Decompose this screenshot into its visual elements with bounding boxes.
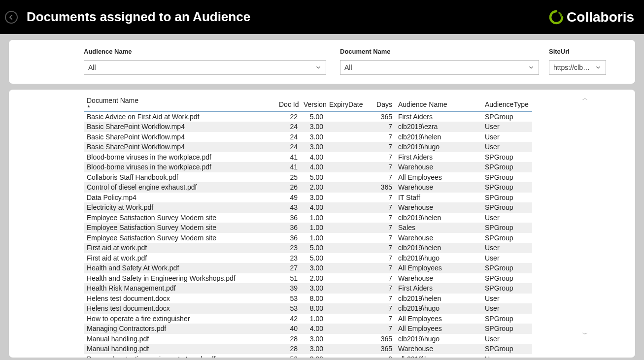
- cell-version: 4.00: [301, 152, 326, 163]
- cell-expiry: [326, 112, 361, 122]
- cell-expiry: [326, 162, 361, 172]
- cell-type: User: [482, 213, 532, 223]
- table-row[interactable]: Data Policy.mp4493.007IT StaffSPGroup: [84, 193, 532, 203]
- scroll-up-icon[interactable]: ︿: [582, 95, 588, 102]
- col-expiry[interactable]: ExpiryDate: [326, 95, 361, 112]
- cell-docId: 22: [276, 112, 301, 122]
- document-dropdown[interactable]: All: [340, 60, 539, 75]
- table-body: Basic Advice on First Aid at Work.pdf225…: [84, 112, 532, 358]
- cell-type: SPGroup: [482, 182, 532, 193]
- cell-days: 365: [361, 112, 395, 122]
- cell-docName: Employee Satisfaction Survey Modern site: [84, 223, 276, 233]
- cell-type: SPGroup: [482, 263, 532, 273]
- cell-version: 3.00: [301, 122, 326, 132]
- cell-days: 7: [361, 132, 395, 142]
- cell-audience: All Employees: [395, 263, 482, 273]
- table-row[interactable]: Employee Satisfaction Survey Modern site…: [84, 223, 532, 233]
- table-row[interactable]: Basic Advice on First Aid at Work.pdf225…: [84, 112, 532, 122]
- cell-docId: 23: [276, 253, 301, 263]
- table-row[interactable]: Blood-borne viruses in the workplace.pdf…: [84, 162, 532, 172]
- table-row[interactable]: Personal protective equipment at work.pd…: [84, 354, 532, 358]
- table-row[interactable]: Health and Safety in Engineering Worksho…: [84, 273, 532, 284]
- cell-docName: Manual handling.pdf: [84, 334, 276, 344]
- cell-expiry: [326, 354, 361, 358]
- col-document-name[interactable]: Document Name ▲: [84, 95, 276, 112]
- table-scroll-region[interactable]: Document Name ▲ Doc Id Version ExpiryDat…: [84, 95, 581, 358]
- cell-type: User: [482, 303, 532, 314]
- siteurl-dropdown[interactable]: https://clbde...: [549, 60, 606, 75]
- cell-version: 5.00: [301, 172, 326, 183]
- table-row[interactable]: Basic SharePoint Workflow.mp4243.007clb2…: [84, 142, 532, 152]
- header-bar: Documents assigned to an Audience Collab…: [0, 0, 644, 34]
- cell-docName: Collaboris Staff Handbook.pdf: [84, 172, 276, 183]
- cell-type: SPGroup: [482, 193, 532, 203]
- cell-version: 5.00: [301, 243, 326, 253]
- cell-expiry: [326, 202, 361, 213]
- table-row[interactable]: Employee Satisfaction Survey Modern site…: [84, 233, 532, 243]
- cell-days: 0: [361, 354, 395, 358]
- table-row[interactable]: Managing Contractors.pdf404.007All Emplo…: [84, 324, 532, 334]
- cell-audience: Sales: [395, 223, 482, 233]
- collaboris-icon: [549, 10, 564, 25]
- table-row[interactable]: Blood-borne viruses in the workplace.pdf…: [84, 152, 532, 163]
- cell-version: 3.00: [301, 263, 326, 273]
- cell-audience: All Employees: [395, 324, 482, 334]
- cell-expiry: [326, 253, 361, 263]
- cell-docName: Control of diesel engine exhaust.pdf: [84, 182, 276, 193]
- table-row[interactable]: Manual handling.pdf283.00365WarehouseSPG…: [84, 344, 532, 354]
- cell-type: SPGroup: [482, 112, 532, 122]
- col-audience-type[interactable]: AudienceType: [482, 95, 532, 112]
- cell-docId: 41: [276, 162, 301, 172]
- cell-audience: clb2019\hugo: [395, 303, 482, 314]
- cell-docId: 43: [276, 202, 301, 213]
- cell-type: User: [482, 253, 532, 263]
- table-row[interactable]: How to operate a fire extinguisher421.00…: [84, 314, 532, 324]
- table-row[interactable]: Health and Safety At Work.pdf273.007All …: [84, 263, 532, 273]
- cell-docId: 49: [276, 193, 301, 203]
- cell-docId: 27: [276, 263, 301, 273]
- cell-docId: 23: [276, 243, 301, 253]
- back-icon[interactable]: [5, 11, 18, 24]
- cell-docName: First aid at work.pdf: [84, 253, 276, 263]
- cell-days: 7: [361, 122, 395, 132]
- cell-days: 7: [361, 294, 395, 304]
- table-row[interactable]: Employee Satisfaction Survey Modern site…: [84, 213, 532, 223]
- table-row[interactable]: Manual handling.pdf283.00365clb2019\hugo…: [84, 334, 532, 344]
- cell-version: 4.00: [301, 324, 326, 334]
- table-row[interactable]: Helens test document.docx538.007clb2019\…: [84, 303, 532, 314]
- cell-type: SPGroup: [482, 283, 532, 294]
- cell-days: 7: [361, 263, 395, 273]
- col-audience[interactable]: Audience Name: [395, 95, 482, 112]
- table-row[interactable]: Electricity at Work.pdf434.007WarehouseS…: [84, 202, 532, 213]
- cell-audience: IT Staff: [395, 193, 482, 203]
- table-row[interactable]: Health Risk Management.pdf393.007First A…: [84, 283, 532, 294]
- cell-version: 1.00: [301, 233, 326, 243]
- cell-version: 3.00: [301, 193, 326, 203]
- table-row[interactable]: First aid at work.pdf235.007clb2019\hugo…: [84, 253, 532, 263]
- cell-docName: Personal protective equipment at work.pd…: [84, 354, 276, 358]
- table-row[interactable]: Basic SharePoint Workflow.mp4243.007clb2…: [84, 122, 532, 132]
- cell-version: 3.00: [301, 334, 326, 344]
- audience-dropdown[interactable]: All: [84, 60, 326, 75]
- table-row[interactable]: Control of diesel engine exhaust.pdf262.…: [84, 182, 532, 193]
- cell-type: SPGroup: [482, 202, 532, 213]
- cell-docName: Electricity at Work.pdf: [84, 202, 276, 213]
- col-version[interactable]: Version: [301, 95, 326, 112]
- cell-docId: 36: [276, 213, 301, 223]
- cell-docId: 24: [276, 122, 301, 132]
- col-days[interactable]: Days: [361, 95, 395, 112]
- cell-expiry: [326, 142, 361, 152]
- cell-type: SPGroup: [482, 162, 532, 172]
- table-row[interactable]: Helens test document.docx538.007clb2019\…: [84, 294, 532, 304]
- cell-docName: How to operate a fire extinguisher: [84, 314, 276, 324]
- table-row[interactable]: Collaboris Staff Handbook.pdf255.007All …: [84, 172, 532, 183]
- scroll-down-icon[interactable]: ﹀: [582, 330, 588, 338]
- table-row[interactable]: Basic SharePoint Workflow.mp4243.007clb2…: [84, 132, 532, 142]
- col-doc-id[interactable]: Doc Id: [276, 95, 301, 112]
- cell-docId: 51: [276, 273, 301, 284]
- cell-type: User: [482, 122, 532, 132]
- table-row[interactable]: First aid at work.pdf235.007clb2019\hele…: [84, 243, 532, 253]
- filter-siteurl-label: SiteUrl: [549, 48, 606, 55]
- cell-days: 7: [361, 233, 395, 243]
- cell-version: 5.00: [301, 253, 326, 263]
